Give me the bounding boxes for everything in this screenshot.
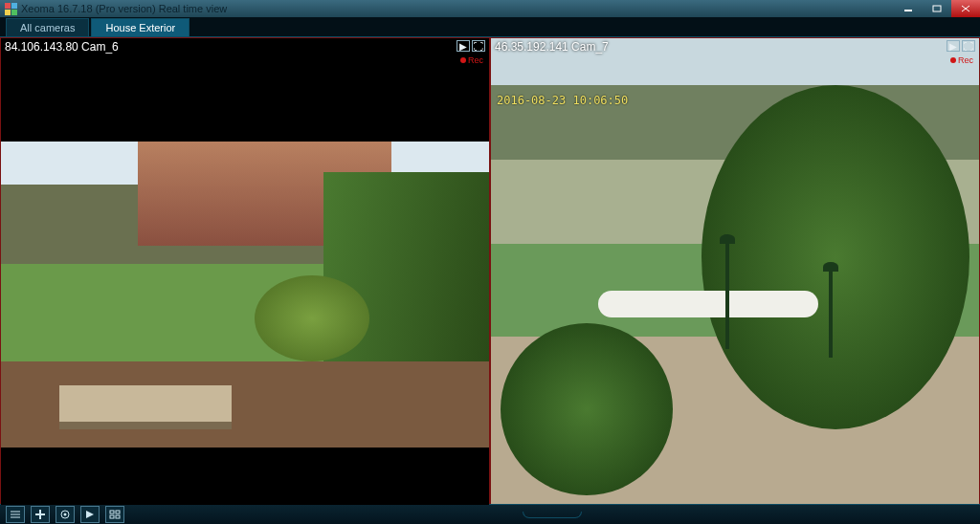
playback-icon <box>84 510 96 519</box>
bottom-toolbar <box>0 504 980 524</box>
fullscreen-icon[interactable]: ⛶ <box>962 40 975 52</box>
list-view-button[interactable] <box>6 506 25 523</box>
svg-rect-14 <box>110 515 114 518</box>
camera-tile-controls: ▶ ⛶ <box>947 40 975 52</box>
app-logo-icon <box>4 2 17 15</box>
camera-label: 84.106.143.80 Cam_6 <box>5 40 119 54</box>
camera-tile-controls: ▶ ⛶ <box>457 40 485 52</box>
window-title: Xeoma 16.7.18 (Pro version) Real time vi… <box>21 3 227 14</box>
grid-button[interactable] <box>105 506 124 523</box>
minimize-button[interactable] <box>894 0 923 17</box>
fullscreen-icon[interactable]: ⛶ <box>472 40 485 52</box>
add-icon <box>34 509 46 520</box>
toolbar-spacer <box>130 512 974 518</box>
camera-tile-2[interactable]: 46.35.192.141 Cam_7 ▶ ⛶ Rec 2016-08-23 1… <box>490 37 980 506</box>
minimize-icon <box>903 5 913 12</box>
list-icon <box>10 510 21 519</box>
window-controls <box>894 0 980 17</box>
camera-grid: 84.106.143.80 Cam_6 ▶ ⛶ Rec 46.35.192.14… <box>0 37 980 506</box>
svg-rect-12 <box>110 511 114 513</box>
play-icon[interactable]: ▶ <box>947 40 960 52</box>
tab-all-cameras[interactable]: All cameras <box>6 18 89 36</box>
play-icon[interactable]: ▶ <box>457 40 470 52</box>
camera-label: 46.35.192.141 Cam_7 <box>495 40 609 54</box>
svg-point-10 <box>64 513 67 516</box>
camera-feed: 2016-08-23 10:06:50 <box>491 38 979 505</box>
grid-icon <box>109 510 121 519</box>
svg-marker-11 <box>86 511 94 518</box>
tab-bar: All cameras House Exterior <box>0 17 980 37</box>
maximize-icon <box>932 5 942 12</box>
add-button[interactable] <box>31 506 50 523</box>
feed-timestamp: 2016-08-23 10:06:50 <box>497 94 628 107</box>
svg-rect-1 <box>933 6 941 11</box>
close-button[interactable] <box>951 0 980 17</box>
gear-icon <box>59 509 71 520</box>
close-icon <box>961 5 970 12</box>
svg-rect-15 <box>116 515 120 518</box>
playback-button[interactable] <box>80 506 100 523</box>
tab-house-exterior[interactable]: House Exterior <box>91 18 189 36</box>
letterbox-top <box>1 38 489 142</box>
settings-button[interactable] <box>56 506 75 523</box>
camera-tile-1[interactable]: 84.106.143.80 Cam_6 ▶ ⛶ Rec <box>0 37 490 506</box>
maximize-button[interactable] <box>923 0 951 17</box>
recording-indicator: Rec <box>950 55 973 65</box>
letterbox-bottom <box>1 448 489 505</box>
tray-handle-icon[interactable] <box>523 512 582 518</box>
window-title-bar: Xeoma 16.7.18 (Pro version) Real time vi… <box>0 0 980 17</box>
recording-indicator: Rec <box>460 55 483 65</box>
svg-rect-13 <box>116 511 120 513</box>
